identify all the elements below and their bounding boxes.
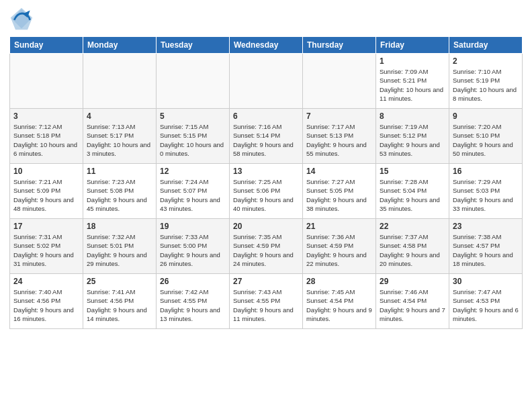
calendar-cell: 24Sunrise: 7:40 AM Sunset: 4:56 PM Dayli… (10, 274, 83, 329)
day-info: Sunrise: 7:37 AM Sunset: 4:58 PM Dayligh… (380, 232, 445, 268)
day-info: Sunrise: 7:16 AM Sunset: 5:14 PM Dayligh… (233, 122, 299, 158)
day-number: 30 (453, 277, 519, 286)
calendar-cell: 20Sunrise: 7:35 AM Sunset: 4:59 PM Dayli… (230, 219, 303, 274)
day-info: Sunrise: 7:29 AM Sunset: 5:03 PM Dayligh… (453, 177, 519, 213)
calendar-cell: 29Sunrise: 7:46 AM Sunset: 4:54 PM Dayli… (376, 274, 449, 329)
calendar-cell: 1Sunrise: 7:09 AM Sunset: 5:21 PM Daylig… (376, 54, 449, 109)
day-info: Sunrise: 7:12 AM Sunset: 5:18 PM Dayligh… (13, 122, 79, 158)
calendar: SundayMondayTuesdayWednesdayThursdayFrid… (9, 36, 523, 329)
day-info: Sunrise: 7:15 AM Sunset: 5:15 PM Dayligh… (160, 122, 226, 158)
calendar-cell: 22Sunrise: 7:37 AM Sunset: 4:58 PM Dayli… (376, 219, 449, 274)
day-number: 5 (160, 111, 226, 121)
day-info: Sunrise: 7:28 AM Sunset: 5:04 PM Dayligh… (380, 177, 445, 213)
calendar-cell: 10Sunrise: 7:21 AM Sunset: 5:09 PM Dayli… (10, 164, 83, 219)
weekday-header-sunday: Sunday (10, 37, 83, 54)
day-info: Sunrise: 7:09 AM Sunset: 5:21 PM Dayligh… (380, 67, 445, 103)
day-info: Sunrise: 7:46 AM Sunset: 4:54 PM Dayligh… (380, 287, 445, 323)
weekday-header-thursday: Thursday (303, 37, 376, 54)
calendar-cell: 4Sunrise: 7:13 AM Sunset: 5:17 PM Daylig… (83, 109, 157, 164)
day-info: Sunrise: 7:31 AM Sunset: 5:02 PM Dayligh… (13, 232, 79, 268)
week-row-1: 1Sunrise: 7:09 AM Sunset: 5:21 PM Daylig… (10, 54, 523, 109)
calendar-cell: 23Sunrise: 7:38 AM Sunset: 4:57 PM Dayli… (449, 219, 523, 274)
calendar-cell: 8Sunrise: 7:19 AM Sunset: 5:12 PM Daylig… (376, 109, 449, 164)
header (9, 7, 523, 31)
calendar-cell: 9Sunrise: 7:20 AM Sunset: 5:10 PM Daylig… (449, 109, 523, 164)
day-info: Sunrise: 7:27 AM Sunset: 5:05 PM Dayligh… (306, 177, 372, 213)
day-info: Sunrise: 7:25 AM Sunset: 5:06 PM Dayligh… (233, 177, 299, 213)
logo (9, 7, 36, 31)
day-info: Sunrise: 7:19 AM Sunset: 5:12 PM Dayligh… (380, 122, 445, 158)
calendar-cell (157, 54, 230, 109)
day-info: Sunrise: 7:13 AM Sunset: 5:17 PM Dayligh… (87, 122, 152, 158)
day-info: Sunrise: 7:35 AM Sunset: 4:59 PM Dayligh… (233, 232, 299, 268)
day-number: 17 (13, 222, 79, 231)
day-number: 13 (233, 167, 299, 176)
day-number: 9 (453, 111, 519, 121)
day-number: 18 (87, 222, 152, 231)
calendar-cell (303, 54, 376, 109)
day-number: 15 (380, 167, 445, 176)
calendar-cell: 30Sunrise: 7:47 AM Sunset: 4:53 PM Dayli… (449, 274, 523, 329)
calendar-cell: 27Sunrise: 7:43 AM Sunset: 4:55 PM Dayli… (230, 274, 303, 329)
day-number: 27 (233, 277, 299, 286)
weekday-header-monday: Monday (83, 37, 157, 54)
day-number: 28 (306, 277, 372, 286)
day-number: 14 (306, 167, 372, 176)
day-info: Sunrise: 7:38 AM Sunset: 4:57 PM Dayligh… (453, 232, 519, 268)
calendar-cell: 12Sunrise: 7:24 AM Sunset: 5:07 PM Dayli… (157, 164, 230, 219)
day-info: Sunrise: 7:17 AM Sunset: 5:13 PM Dayligh… (306, 122, 372, 158)
calendar-cell: 26Sunrise: 7:42 AM Sunset: 4:55 PM Dayli… (157, 274, 230, 329)
weekday-header-friday: Friday (376, 37, 449, 54)
day-info: Sunrise: 7:21 AM Sunset: 5:09 PM Dayligh… (13, 177, 79, 213)
weekday-header-row: SundayMondayTuesdayWednesdayThursdayFrid… (10, 37, 523, 54)
week-row-4: 17Sunrise: 7:31 AM Sunset: 5:02 PM Dayli… (10, 219, 523, 274)
calendar-cell: 16Sunrise: 7:29 AM Sunset: 5:03 PM Dayli… (449, 164, 523, 219)
day-number: 8 (380, 111, 445, 121)
day-number: 12 (160, 167, 226, 176)
day-info: Sunrise: 7:45 AM Sunset: 4:54 PM Dayligh… (306, 287, 372, 323)
calendar-cell: 14Sunrise: 7:27 AM Sunset: 5:05 PM Dayli… (303, 164, 376, 219)
day-number: 10 (13, 167, 79, 176)
day-number: 3 (13, 111, 79, 121)
calendar-cell (83, 54, 157, 109)
day-info: Sunrise: 7:32 AM Sunset: 5:01 PM Dayligh… (87, 232, 152, 268)
day-info: Sunrise: 7:40 AM Sunset: 4:56 PM Dayligh… (13, 287, 79, 323)
day-number: 26 (160, 277, 226, 286)
logo-icon (9, 7, 34, 31)
day-number: 4 (87, 111, 152, 121)
weekday-header-saturday: Saturday (449, 37, 523, 54)
calendar-cell: 21Sunrise: 7:36 AM Sunset: 4:59 PM Dayli… (303, 219, 376, 274)
calendar-cell: 25Sunrise: 7:41 AM Sunset: 4:56 PM Dayli… (83, 274, 157, 329)
calendar-cell: 11Sunrise: 7:23 AM Sunset: 5:08 PM Dayli… (83, 164, 157, 219)
day-number: 11 (87, 167, 152, 176)
day-info: Sunrise: 7:41 AM Sunset: 4:56 PM Dayligh… (87, 287, 152, 323)
day-info: Sunrise: 7:43 AM Sunset: 4:55 PM Dayligh… (233, 287, 299, 323)
day-info: Sunrise: 7:47 AM Sunset: 4:53 PM Dayligh… (453, 287, 519, 323)
day-number: 22 (380, 222, 445, 231)
calendar-cell: 15Sunrise: 7:28 AM Sunset: 5:04 PM Dayli… (376, 164, 449, 219)
weekday-header-tuesday: Tuesday (157, 37, 230, 54)
calendar-cell: 18Sunrise: 7:32 AM Sunset: 5:01 PM Dayli… (83, 219, 157, 274)
day-number: 2 (453, 56, 519, 66)
day-number: 20 (233, 222, 299, 231)
calendar-cell: 13Sunrise: 7:25 AM Sunset: 5:06 PM Dayli… (230, 164, 303, 219)
calendar-cell: 28Sunrise: 7:45 AM Sunset: 4:54 PM Dayli… (303, 274, 376, 329)
day-number: 25 (87, 277, 152, 286)
day-info: Sunrise: 7:36 AM Sunset: 4:59 PM Dayligh… (306, 232, 372, 268)
calendar-cell: 2Sunrise: 7:10 AM Sunset: 5:19 PM Daylig… (449, 54, 523, 109)
calendar-cell: 17Sunrise: 7:31 AM Sunset: 5:02 PM Dayli… (10, 219, 83, 274)
day-number: 1 (380, 56, 445, 66)
calendar-cell (230, 54, 303, 109)
day-number: 19 (160, 222, 226, 231)
day-number: 6 (233, 111, 299, 121)
calendar-cell: 3Sunrise: 7:12 AM Sunset: 5:18 PM Daylig… (10, 109, 83, 164)
week-row-2: 3Sunrise: 7:12 AM Sunset: 5:18 PM Daylig… (10, 109, 523, 164)
week-row-3: 10Sunrise: 7:21 AM Sunset: 5:09 PM Dayli… (10, 164, 523, 219)
day-info: Sunrise: 7:24 AM Sunset: 5:07 PM Dayligh… (160, 177, 226, 213)
day-info: Sunrise: 7:20 AM Sunset: 5:10 PM Dayligh… (453, 122, 519, 158)
day-info: Sunrise: 7:10 AM Sunset: 5:19 PM Dayligh… (453, 67, 519, 103)
day-number: 23 (453, 222, 519, 231)
calendar-cell: 5Sunrise: 7:15 AM Sunset: 5:15 PM Daylig… (157, 109, 230, 164)
page: SundayMondayTuesdayWednesdayThursdayFrid… (0, 0, 532, 411)
day-number: 7 (306, 111, 372, 121)
